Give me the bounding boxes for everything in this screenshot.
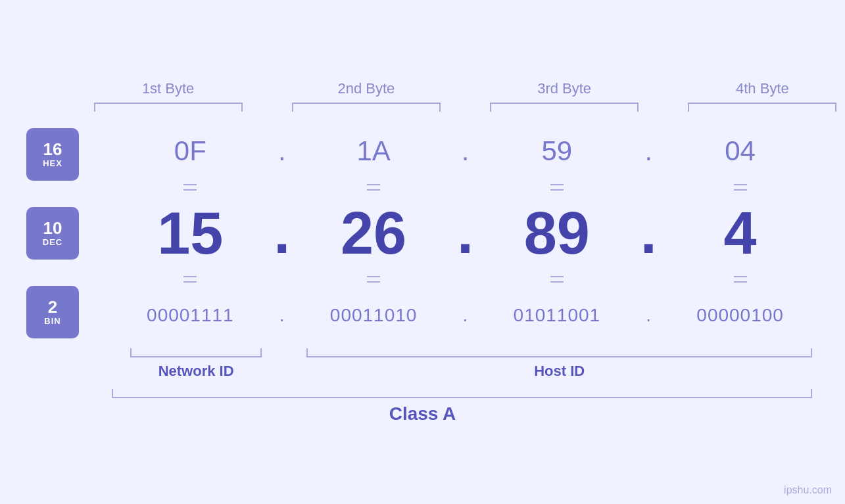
content-area: 16 HEX 10 DEC 2 BIN 0F . xyxy=(26,125,819,342)
dec-value-1: 15 xyxy=(157,204,223,263)
bin-dot-2: . xyxy=(452,305,479,326)
eq2-cell-1 xyxy=(112,276,269,283)
bottom-brackets-container xyxy=(112,348,812,357)
dec-dot-1: . xyxy=(269,199,295,267)
bin-value-3: 01011001 xyxy=(514,305,601,326)
dec-dot-3: . xyxy=(635,199,662,267)
host-bracket xyxy=(306,348,812,357)
top-bracket-cell-3 xyxy=(466,103,664,112)
byte-headers-row: 1st Byte 2nd Byte 3rd Byte 4th Byte xyxy=(69,80,845,97)
bin-cell-2: 00011010 xyxy=(295,305,452,326)
hex-cell-1: 0F xyxy=(112,135,269,167)
network-id-label: Network ID xyxy=(112,363,280,380)
parallel-1 xyxy=(183,184,197,191)
top-bracket-1 xyxy=(94,103,243,112)
network-bracket xyxy=(130,348,262,357)
badges-column: 16 HEX 10 DEC 2 BIN xyxy=(26,125,112,342)
bottom-section: Network ID Host ID Class A xyxy=(26,345,819,424)
hex-dot-1: . xyxy=(269,135,295,167)
eq1-cell-3 xyxy=(479,184,636,191)
bin-cell-3: 01011001 xyxy=(479,305,636,326)
dec-row: 15 . 26 . 89 . 4 xyxy=(112,197,819,269)
eq1-cell-1 xyxy=(112,184,269,191)
id-labels-row: Network ID Host ID xyxy=(112,363,812,380)
equals-row-1 xyxy=(112,177,819,197)
byte-header-4: 4th Byte xyxy=(664,80,845,97)
hex-value-4: 04 xyxy=(725,135,756,167)
top-bracket-3 xyxy=(490,103,639,112)
byte-header-3: 3rd Byte xyxy=(466,80,664,97)
hex-value-1: 0F xyxy=(174,135,206,167)
bin-badge-label: BIN xyxy=(44,316,60,326)
hex-dot-3: . xyxy=(635,135,662,167)
dec-cell-3: 89 xyxy=(479,204,636,263)
dec-badge: 10 DEC xyxy=(26,207,79,260)
hex-badge-label: HEX xyxy=(43,158,62,168)
hex-row: 0F . 1A . 59 . 04 xyxy=(112,125,819,177)
dec-value-2: 26 xyxy=(341,204,406,263)
watermark: ipshu.com xyxy=(784,484,832,496)
hex-badge-number: 16 xyxy=(43,140,62,159)
hex-cell-2: 1A xyxy=(295,135,452,167)
hex-dot-2: . xyxy=(452,135,479,167)
equals-row-2 xyxy=(112,269,819,289)
hex-badge: 16 HEX xyxy=(26,128,79,181)
top-brackets xyxy=(69,103,845,112)
class-label: Class A xyxy=(389,403,456,424)
byte-header-2: 2nd Byte xyxy=(267,80,465,97)
eq1-cell-4 xyxy=(662,184,819,191)
hex-value-2: 1A xyxy=(356,135,390,167)
top-bracket-cell-2 xyxy=(267,103,465,112)
hex-cell-4: 04 xyxy=(662,135,819,167)
rows-container: 0F . 1A . 59 . 04 xyxy=(112,125,819,342)
class-bracket xyxy=(112,389,812,398)
class-label-row: Class A xyxy=(26,403,819,424)
eq2-cell-2 xyxy=(295,276,452,283)
dec-cell-1: 15 xyxy=(112,204,269,263)
byte-header-1: 1st Byte xyxy=(69,80,267,97)
hex-value-3: 59 xyxy=(542,135,573,167)
top-bracket-cell-1 xyxy=(69,103,267,112)
bin-cell-4: 00000100 xyxy=(662,305,819,326)
bin-value-2: 00011010 xyxy=(330,305,418,326)
eq2-cell-4 xyxy=(662,276,819,283)
dec-dot-2: . xyxy=(452,199,479,267)
dec-cell-4: 4 xyxy=(662,204,819,263)
bin-value-4: 00000100 xyxy=(696,305,784,326)
bin-badge-number: 2 xyxy=(48,298,57,317)
main-container: 1st Byte 2nd Byte 3rd Byte 4th Byte 16 H… xyxy=(0,0,845,504)
dec-value-3: 89 xyxy=(524,204,590,263)
eq1-cell-2 xyxy=(295,184,452,191)
top-bracket-2 xyxy=(292,103,441,112)
hex-cell-3: 59 xyxy=(479,135,636,167)
top-bracket-cell-4 xyxy=(664,103,845,112)
bin-cell-1: 00001111 xyxy=(112,305,269,326)
eq2-cell-3 xyxy=(479,276,636,283)
top-bracket-4 xyxy=(688,103,836,112)
dec-cell-2: 26 xyxy=(295,204,452,263)
dec-badge-label: DEC xyxy=(43,237,62,247)
bin-value-1: 00001111 xyxy=(147,305,234,326)
bin-row: 00001111 . 00011010 . 01011001 . xyxy=(112,289,819,342)
host-id-label: Host ID xyxy=(306,363,812,380)
bin-dot-3: . xyxy=(635,305,662,326)
dec-badge-number: 10 xyxy=(43,219,62,238)
dec-value-4: 4 xyxy=(724,204,757,263)
bin-dot-1: . xyxy=(269,305,295,326)
bin-badge: 2 BIN xyxy=(26,286,79,338)
